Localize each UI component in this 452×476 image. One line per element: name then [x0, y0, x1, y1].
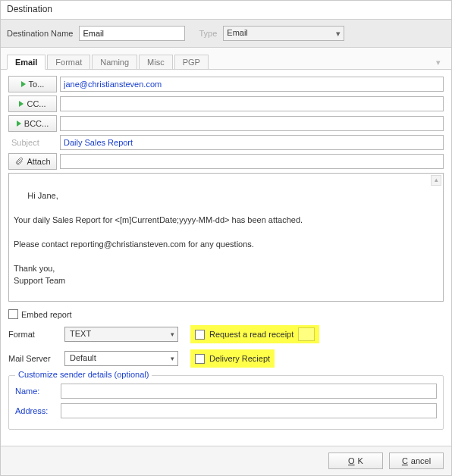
arrow-right-icon — [19, 101, 24, 107]
bcc-input[interactable] — [60, 116, 444, 131]
tab-pgp[interactable]: PGP — [174, 55, 209, 69]
tab-email[interactable]: Email — [7, 55, 46, 70]
type-select-value: Email — [227, 28, 248, 37]
type-label: Type — [199, 29, 217, 38]
tab-naming[interactable]: Naming — [92, 55, 137, 69]
sender-name-input[interactable] — [61, 384, 437, 399]
tab-misc[interactable]: Misc — [139, 55, 173, 69]
destination-dialog: Destination Destination Name Type Email … — [0, 0, 452, 476]
to-input[interactable] — [60, 77, 444, 92]
mail-server-select[interactable]: Default ▾ — [64, 351, 178, 366]
attach-button[interactable]: Attach — [8, 153, 57, 170]
mail-server-label: Mail Server — [8, 354, 57, 363]
arrow-right-icon — [17, 121, 21, 127]
destination-name-input[interactable] — [79, 26, 185, 41]
read-receipt-options-button[interactable] — [298, 327, 315, 341]
ok-button[interactable]: OK — [328, 453, 383, 469]
sender-details-title: Customize sender details (optional) — [15, 370, 152, 379]
delivery-receipt-label: Delivery Reciept — [209, 354, 270, 363]
read-receipt-label: Request a read receipt — [209, 330, 293, 339]
paperclip-icon — [14, 157, 24, 166]
arrow-right-icon — [21, 81, 26, 87]
chevron-down-icon: ▾ — [171, 355, 174, 362]
delivery-receipt-checkbox[interactable] — [195, 354, 205, 364]
sender-address-label: Address: — [15, 406, 58, 415]
scroll-up-icon[interactable]: ▴ — [431, 175, 441, 186]
subject-input[interactable] — [60, 135, 444, 150]
form-body: To... CC... BCC... Subject — [1, 70, 451, 446]
cc-input[interactable] — [60, 96, 444, 111]
to-button[interactable]: To... — [8, 76, 57, 92]
message-body[interactable]: Hi Jane, Your daily Sales Report for <[m… — [8, 173, 444, 302]
type-select[interactable]: Email ▾ — [223, 26, 344, 41]
sender-name-label: Name: — [15, 387, 58, 396]
tab-format[interactable]: Format — [47, 55, 90, 69]
sender-address-input[interactable] — [61, 403, 437, 418]
destination-name-label: Destination Name — [7, 29, 73, 38]
chevron-down-icon: ▾ — [171, 330, 174, 338]
subject-label: Subject — [8, 138, 57, 147]
read-receipt-highlight: Request a read receipt — [190, 325, 319, 343]
sender-details-group: Customize sender details (optional) Name… — [8, 375, 444, 430]
format-select[interactable]: TEXT ▾ — [64, 327, 178, 342]
delivery-receipt-highlight: Delivery Reciept — [190, 349, 275, 368]
read-receipt-checkbox[interactable] — [195, 330, 205, 340]
header-row: Destination Name Type Email ▾ — [1, 20, 451, 48]
window-title: Destination — [1, 1, 451, 20]
chevron-down-icon: ▾ — [336, 29, 341, 39]
embed-report-label: Embed report — [21, 310, 72, 319]
dialog-footer: OK Cancel — [1, 446, 451, 475]
attach-input[interactable] — [60, 154, 444, 169]
collapse-icon[interactable]: ▾ — [432, 56, 445, 69]
cancel-button[interactable]: Cancel — [389, 453, 444, 469]
tabstrip: Email Format Naming Misc PGP ▾ — [1, 48, 451, 70]
format-label: Format — [8, 330, 57, 339]
bcc-button[interactable]: BCC... — [8, 115, 57, 132]
cc-button[interactable]: CC... — [8, 96, 57, 112]
